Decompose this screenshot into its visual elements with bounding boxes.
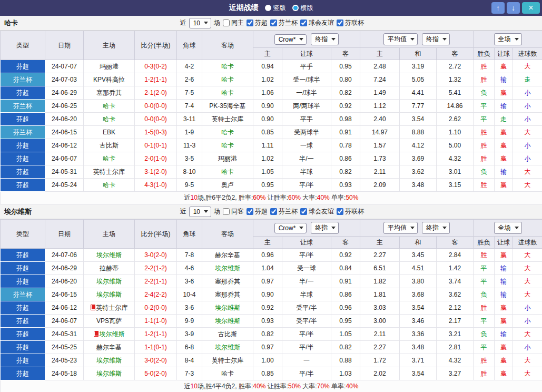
- euro-draw-odds: 3.80: [400, 275, 437, 288]
- league-checkbox[interactable]: [247, 19, 253, 26]
- scope-select[interactable]: 全场: [494, 33, 522, 45]
- asian-handicap: 半球: [282, 288, 331, 301]
- match-count-select[interactable]: 10: [189, 207, 211, 217]
- match-score: 0-0(0-0): [135, 113, 177, 126]
- match-date: 24-07-07: [45, 60, 84, 73]
- away-team[interactable]: 哈卡: [202, 126, 253, 139]
- final-index-select[interactable]: 终指: [422, 33, 450, 45]
- bookmaker-select[interactable]: Crow*: [274, 223, 307, 233]
- away-team[interactable]: 哈卡: [202, 367, 253, 380]
- league-filter-1[interactable]: 芬兰杯: [270, 18, 298, 27]
- summary-segment: 大率:: [301, 383, 317, 390]
- home-team[interactable]: 埃尔维斯: [84, 249, 135, 262]
- league-filter-3[interactable]: 芬联杯: [337, 207, 364, 216]
- radio-icon[interactable]: [265, 5, 271, 11]
- away-team[interactable]: 奥卢: [202, 179, 253, 192]
- home-team[interactable]: 哈卡: [84, 113, 135, 126]
- same-venue-filter[interactable]: 同客: [223, 207, 244, 216]
- home-team[interactable]: 埃尔维斯: [84, 288, 135, 301]
- league-filter-1[interactable]: 芬兰杯: [270, 207, 298, 216]
- close-button[interactable]: ×: [522, 2, 540, 14]
- away-team[interactable]: 塞那乔其: [202, 275, 253, 288]
- match-score: 0-1(0-1): [135, 139, 177, 152]
- layout-radio-vertical[interactable]: 竖版: [265, 4, 286, 13]
- away-team[interactable]: 埃尔维斯: [202, 301, 253, 315]
- euro-home-odds: 2.09: [360, 179, 400, 192]
- league-filter-0[interactable]: 芬超: [247, 207, 268, 216]
- away-team[interactable]: 埃尔维斯: [202, 262, 253, 275]
- away-team[interactable]: 哈卡: [202, 165, 253, 179]
- final-index-select[interactable]: 终指: [311, 222, 339, 234]
- average-select[interactable]: 平均值: [383, 222, 418, 234]
- move-up-button[interactable]: ↑: [491, 2, 505, 14]
- home-team[interactable]: 英特士尔库: [84, 165, 135, 179]
- bookmaker-select[interactable]: Crow*: [274, 34, 307, 45]
- asian-home-odds: 1.02: [253, 152, 282, 165]
- away-team[interactable]: 哈卡: [202, 139, 253, 152]
- league-checkbox[interactable]: [247, 208, 253, 215]
- home-team[interactable]: 埃尔维斯: [84, 354, 135, 367]
- home-team[interactable]: 哈卡: [84, 152, 135, 165]
- asian-home-odds: 0.95: [253, 179, 282, 192]
- move-down-button[interactable]: ↓: [507, 2, 520, 14]
- away-team[interactable]: PK-35海辛基: [202, 100, 253, 113]
- same-venue-checkbox[interactable]: [223, 208, 230, 215]
- home-team[interactable]: 英特士尔库: [84, 301, 135, 315]
- match-score: 0-0(0-0): [135, 100, 177, 113]
- match-date: 24-06-07: [45, 152, 84, 165]
- final-index-select[interactable]: 终指: [422, 222, 450, 234]
- final-index-select[interactable]: 终指: [311, 33, 339, 45]
- match-date: 24-06-12: [45, 139, 84, 152]
- home-team[interactable]: 古比斯: [84, 139, 135, 152]
- corner-score: 2-6: [177, 73, 202, 86]
- layout-radio-horizontal[interactable]: 横版: [292, 4, 313, 13]
- league-filter-2[interactable]: 球会友谊: [300, 207, 334, 216]
- away-team[interactable]: 埃尔维斯: [202, 315, 253, 328]
- away-team[interactable]: 英特士尔库: [202, 354, 253, 367]
- home-team[interactable]: VPS瓦萨: [84, 315, 135, 328]
- home-team[interactable]: 塞那乔其: [84, 86, 135, 100]
- average-select[interactable]: 平均值: [383, 33, 418, 45]
- away-team[interactable]: 哈卡: [202, 86, 253, 100]
- handicap-outcome: 赢: [495, 60, 513, 73]
- league-checkbox[interactable]: [300, 208, 307, 215]
- home-team[interactable]: 埃尔维斯: [84, 328, 135, 341]
- home-team[interactable]: KPV科高拉: [84, 73, 135, 86]
- home-team[interactable]: 玛丽港: [84, 60, 135, 73]
- col-euro-draw: 和: [400, 237, 437, 249]
- league-checkbox[interactable]: [300, 19, 307, 26]
- league-filter-2[interactable]: 球会友谊: [300, 18, 334, 27]
- home-team[interactable]: 赫尔辛基: [84, 341, 135, 354]
- away-team[interactable]: 英特士尔库: [202, 113, 253, 126]
- away-team[interactable]: 赫尔辛基: [202, 249, 253, 262]
- scope-select[interactable]: 全场: [494, 222, 522, 234]
- league-checkbox[interactable]: [270, 19, 277, 26]
- league-filter-3[interactable]: 芬联杯: [337, 18, 364, 27]
- home-team[interactable]: 拉赫蒂: [84, 262, 135, 275]
- away-team[interactable]: 塞那乔其: [202, 288, 253, 301]
- league-checkbox[interactable]: [270, 208, 277, 215]
- away-team[interactable]: 玛丽港: [202, 152, 253, 165]
- home-team[interactable]: 埃尔维斯: [84, 367, 135, 380]
- match-count-select[interactable]: 10: [189, 18, 211, 28]
- handicap-outcome: 赢: [495, 86, 513, 100]
- bookmaker-value: Crow*: [279, 36, 296, 43]
- asian-handicap: 两/两球半: [282, 100, 331, 113]
- radio-icon[interactable]: [292, 5, 299, 11]
- league-checkbox[interactable]: [337, 19, 343, 26]
- league-checkbox[interactable]: [337, 208, 343, 215]
- match-score: 1-1(0-1): [135, 341, 177, 354]
- league-filter-0[interactable]: 芬超: [247, 18, 268, 27]
- goals-outcome: 小: [513, 100, 542, 113]
- home-team[interactable]: EBK: [84, 126, 135, 139]
- home-team[interactable]: 哈卡: [84, 179, 135, 192]
- away-team[interactable]: 埃尔维斯: [202, 341, 253, 354]
- home-team[interactable]: 哈卡: [84, 100, 135, 113]
- away-team[interactable]: 哈卡: [202, 73, 253, 86]
- same-venue-filter[interactable]: 同主: [223, 18, 244, 27]
- away-team[interactable]: 古比斯: [202, 328, 253, 341]
- away-team[interactable]: 哈卡: [202, 60, 253, 73]
- home-team[interactable]: 埃尔维斯: [84, 275, 135, 288]
- same-venue-checkbox[interactable]: [223, 19, 230, 26]
- asian-away-odds: 0.80: [331, 73, 360, 86]
